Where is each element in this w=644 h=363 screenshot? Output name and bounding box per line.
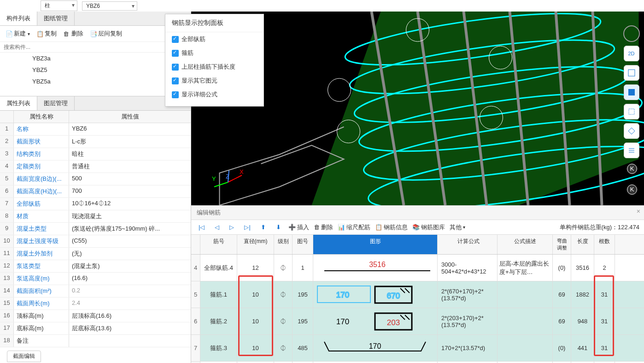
checkbox-label: 全部纵筋 bbox=[181, 35, 205, 43]
nav-next-icon[interactable]: ▷ bbox=[227, 223, 237, 232]
nav-last-icon[interactable]: ▷| bbox=[241, 223, 253, 232]
view-2d-button[interactable]: 2D bbox=[624, 46, 639, 61]
property-row[interactable]: 10 混凝土强度等级 (C55) bbox=[0, 235, 191, 248]
close-icon[interactable]: × bbox=[637, 208, 640, 215]
property-name: 截面宽度(B边)(... bbox=[14, 173, 69, 185]
checkbox-icon[interactable] bbox=[172, 36, 179, 43]
checkbox-item[interactable]: 箍筋 bbox=[165, 46, 263, 60]
component-type-dropdown[interactable]: 柱 bbox=[41, 0, 77, 11]
property-row[interactable]: 2 截面形状 L-c形 bbox=[0, 136, 191, 148]
svg-line-20 bbox=[228, 175, 242, 182]
nav-prev-icon[interactable]: ◁ bbox=[212, 223, 222, 232]
svg-line-19 bbox=[214, 182, 228, 187]
tab-drawing-manage[interactable]: 图纸管理 bbox=[37, 12, 75, 25]
svg-line-34 bbox=[400, 288, 405, 293]
nav-first-icon[interactable]: |◁ bbox=[196, 223, 207, 232]
property-value[interactable]: (无) bbox=[69, 248, 191, 260]
search-input[interactable] bbox=[0, 42, 191, 53]
trash-icon: 🗑 bbox=[314, 224, 320, 231]
property-value[interactable]: 2.4 bbox=[69, 298, 191, 309]
property-value[interactable]: (混凝土泵) bbox=[69, 260, 191, 272]
property-value[interactable]: 层顶标高(16.6) bbox=[69, 310, 191, 322]
property-value[interactable]: 500 bbox=[69, 173, 191, 185]
checkbox-item[interactable]: 显示详细公式 bbox=[165, 88, 263, 101]
view-wireframe-button[interactable] bbox=[624, 65, 639, 81]
prop-header-value: 属性值 bbox=[69, 111, 191, 123]
property-value[interactable]: 10⏀16+4⏀12 bbox=[69, 198, 191, 210]
checkbox-icon[interactable] bbox=[172, 50, 179, 57]
list-item[interactable]: YBZ5a bbox=[0, 76, 191, 87]
property-value[interactable]: 层底标高(13.6) bbox=[69, 322, 191, 334]
checkbox-label: 显示详细公式 bbox=[181, 90, 217, 99]
property-name: 备注 bbox=[14, 335, 69, 347]
list-item[interactable]: YBZ3a bbox=[0, 53, 191, 64]
svg-line-33 bbox=[405, 288, 410, 293]
property-row[interactable]: 6 截面高度(H边)(... 700 bbox=[0, 185, 191, 198]
property-value[interactable]: YBZ6 bbox=[69, 123, 191, 135]
property-value[interactable]: (16.6) bbox=[69, 273, 191, 285]
property-row[interactable]: 4 定额类别 普通柱 bbox=[0, 161, 191, 173]
info-icon: 📋 bbox=[375, 224, 382, 231]
list-item[interactable]: YBZ5 bbox=[0, 64, 191, 76]
checkbox-item[interactable]: 全部纵筋 bbox=[165, 32, 263, 46]
tab-layer-manage[interactable]: 图层管理 bbox=[37, 96, 75, 110]
checkbox-icon[interactable] bbox=[172, 64, 179, 71]
delete-button[interactable]: 🗑删除 bbox=[314, 223, 333, 232]
insert-button[interactable]: ➕插入 bbox=[288, 223, 309, 232]
property-row[interactable]: 16 顶标高(m) 层顶标高(16.6) bbox=[0, 310, 191, 322]
property-row[interactable]: 12 泵送类型 (混凝土泵) bbox=[0, 260, 191, 273]
property-value[interactable]: (C55) bbox=[69, 235, 191, 247]
new-button[interactable]: 📄新建 ▾ bbox=[4, 29, 32, 39]
property-value[interactable]: 700 bbox=[69, 185, 191, 197]
property-value[interactable]: 0.2 bbox=[69, 285, 191, 297]
import-icon[interactable]: ⬆ bbox=[258, 223, 269, 232]
checkbox-icon[interactable] bbox=[172, 91, 179, 98]
floor-copy-button[interactable]: 📑层间复制 bbox=[88, 29, 124, 39]
property-value[interactable] bbox=[69, 335, 191, 347]
orbit-sphere-icon[interactable] bbox=[623, 25, 640, 42]
checkbox-label: 显示其它图元 bbox=[181, 77, 217, 85]
export-icon[interactable]: ⬇ bbox=[273, 223, 284, 232]
info-button[interactable]: 📋钢筋信息 bbox=[375, 223, 408, 232]
property-value[interactable]: (泵送砼(坍落度175~190mm) 碎... bbox=[69, 223, 191, 235]
property-row[interactable]: 14 截面面积(m²) 0.2 bbox=[0, 285, 191, 298]
copy-button[interactable]: 📋复制 bbox=[35, 29, 59, 39]
property-header: 属性名称 属性值 bbox=[0, 111, 191, 123]
property-row[interactable]: 5 截面宽度(B边)(... 500 bbox=[0, 173, 191, 185]
view-isolate-button[interactable] bbox=[624, 123, 639, 139]
property-value[interactable]: 暗柱 bbox=[69, 148, 191, 160]
section-edit-tab[interactable]: 截面编辑 bbox=[7, 351, 41, 362]
property-row[interactable]: 11 混凝土外加剂 (无) bbox=[0, 248, 191, 260]
property-name: 截面面积(m²) bbox=[14, 285, 69, 297]
tab-component-list[interactable]: 构件列表 bbox=[0, 12, 37, 25]
property-row[interactable]: 7 全部纵筋 10⏀16+4⏀12 bbox=[0, 198, 191, 210]
library-button[interactable]: 📚钢筋图库 bbox=[412, 223, 445, 232]
tab-property-list[interactable]: 属性列表 bbox=[0, 96, 37, 110]
checkbox-item[interactable]: 显示其它图元 bbox=[165, 74, 263, 88]
component-name-dropdown[interactable]: YBZ6 bbox=[82, 1, 137, 11]
property-row[interactable]: 17 底标高(m) 层底标高(13.6) bbox=[0, 322, 191, 335]
property-row[interactable]: 9 混凝土类型 (泵送砼(坍落度175~190mm) 碎... bbox=[0, 223, 191, 235]
view-list-button[interactable] bbox=[624, 143, 639, 158]
property-row[interactable]: 13 泵送高度(m) (16.6) bbox=[0, 273, 191, 285]
insert-icon: ➕ bbox=[288, 224, 296, 231]
delete-button[interactable]: 🗑删除 bbox=[61, 29, 85, 39]
property-row[interactable]: 1 名称 YBZ6 bbox=[0, 123, 191, 136]
property-row[interactable]: 15 截面周长(m) 2.4 bbox=[0, 298, 191, 310]
checkbox-icon[interactable] bbox=[172, 77, 179, 84]
view-solid-button[interactable] bbox=[624, 84, 639, 100]
other-dropdown[interactable]: 其他 ▾ bbox=[450, 223, 465, 232]
property-value[interactable]: 现浇混凝土 bbox=[69, 210, 191, 222]
scale-button[interactable]: 📊缩尺配筋 bbox=[338, 223, 370, 232]
library-icon: 📚 bbox=[412, 224, 420, 231]
property-value[interactable]: L-c形 bbox=[69, 136, 191, 148]
panel-title: 钢筋显示控制面板 bbox=[165, 14, 263, 32]
property-row[interactable]: 8 材质 现浇混凝土 bbox=[0, 210, 191, 223]
property-row[interactable]: 3 结构类别 暗柱 bbox=[0, 148, 191, 161]
checkbox-item[interactable]: 上层柱插筋下插长度 bbox=[165, 60, 263, 74]
property-name: 混凝土强度等级 bbox=[14, 235, 69, 247]
svg-text:3516: 3516 bbox=[369, 261, 386, 268]
property-row[interactable]: 18 备注 bbox=[0, 335, 191, 347]
property-value[interactable]: 普通柱 bbox=[69, 161, 191, 173]
view-select-button[interactable] bbox=[624, 104, 639, 119]
